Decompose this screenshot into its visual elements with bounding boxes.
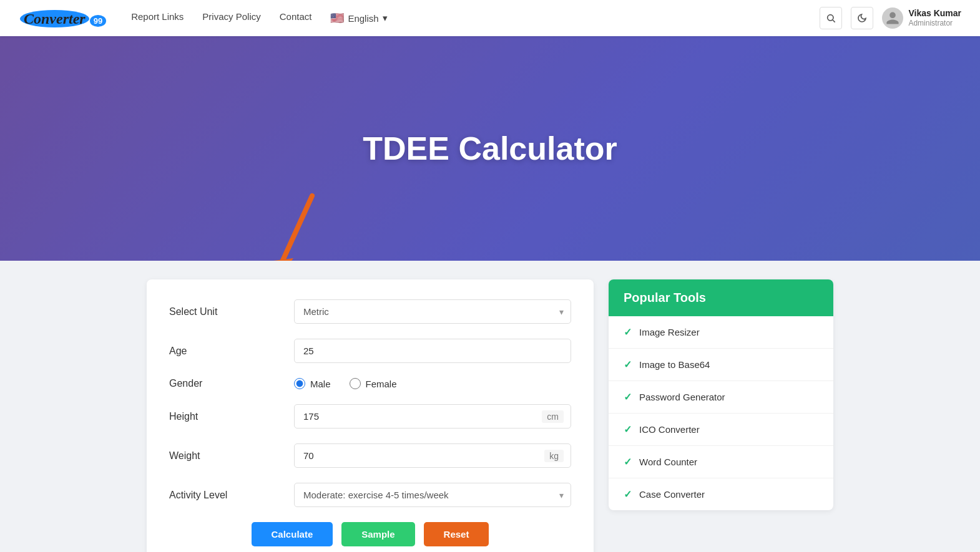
check-icon: ✓: [624, 424, 632, 435]
brand-logo[interactable]: Converter99: [19, 9, 106, 28]
user-info: Vikas Kumar Administrator: [882, 7, 961, 29]
nav-right: Vikas Kumar Administrator: [820, 7, 961, 29]
nav-privacy-policy[interactable]: Privacy Policy: [202, 11, 260, 25]
height-suffix: cm: [542, 410, 564, 423]
select-unit-select[interactable]: Metric Imperial: [294, 299, 571, 324]
popular-tools-card: Popular Tools ✓ Image Resizer ✓ Image to…: [609, 279, 833, 510]
sidebar-item-label: Image to Base64: [639, 359, 710, 370]
svg-line-1: [833, 20, 835, 22]
weight-wrap: kg: [294, 443, 571, 468]
user-name: Vikas Kumar: [908, 7, 961, 19]
activity-row: Activity Level Sedentary: little or no e…: [169, 483, 571, 507]
sidebar-item-label: Password Generator: [639, 392, 725, 402]
gender-radio-group: Male Female: [294, 378, 571, 389]
sidebar-item[interactable]: ✓ Word Counter: [609, 446, 833, 478]
sidebar-item-label: Case Converter: [639, 489, 705, 500]
check-icon: ✓: [624, 456, 632, 468]
dark-mode-button[interactable]: [851, 7, 873, 29]
gender-female-option[interactable]: Female: [350, 378, 397, 389]
gender-male-option[interactable]: Male: [294, 378, 331, 389]
flag-icon: 🇺🇸: [330, 11, 344, 25]
sidebar-item[interactable]: ✓ ICO Converter: [609, 414, 833, 446]
gender-male-label: Male: [310, 379, 331, 389]
age-label: Age: [169, 346, 294, 357]
check-icon: ✓: [624, 391, 632, 403]
activity-label: Activity Level: [169, 490, 294, 501]
avatar: [882, 7, 903, 29]
navbar: Converter99 Report Links Privacy Policy …: [0, 0, 980, 36]
height-row: Height cm: [169, 404, 571, 429]
sidebar-item-label: Image Resizer: [639, 327, 700, 337]
activity-wrap: Sedentary: little or no exercise Light: …: [294, 483, 571, 507]
svg-point-0: [828, 15, 833, 21]
select-unit-row: Select Unit Metric Imperial ▾: [169, 299, 571, 324]
activity-select[interactable]: Sedentary: little or no exercise Light: …: [294, 483, 571, 507]
sample-button[interactable]: Sample: [341, 522, 414, 546]
search-button[interactable]: [820, 7, 842, 29]
sidebar-item[interactable]: ✓ Case Converter: [609, 478, 833, 510]
svg-line-2: [281, 196, 312, 261]
lang-label: English: [348, 13, 378, 24]
calculate-button[interactable]: Calculate: [252, 522, 333, 546]
search-icon: [826, 13, 836, 23]
chevron-down-icon: ▾: [383, 12, 388, 24]
sidebar-item[interactable]: ✓ Password Generator: [609, 381, 833, 414]
popular-tools-header: Popular Tools: [609, 279, 833, 316]
sidebar-item-label: ICO Converter: [639, 424, 700, 435]
gender-row: Gender Male Female: [169, 378, 571, 389]
main-content: Select Unit Metric Imperial ▾ Age Gender: [134, 261, 846, 552]
button-row: Calculate Sample Reset: [169, 522, 571, 546]
hero-section: TDEE Calculator: [0, 36, 980, 261]
age-wrap: [294, 339, 571, 363]
weight-input-wrap: kg: [294, 443, 571, 468]
annotation-arrow: [262, 190, 337, 261]
height-wrap: cm: [294, 404, 571, 429]
gender-male-radio[interactable]: [294, 378, 305, 389]
sidebar-item-label: Word Counter: [639, 457, 697, 467]
height-label: Height: [169, 411, 294, 422]
height-input[interactable]: [294, 404, 571, 429]
select-unit-wrap: Metric Imperial ▾: [294, 299, 571, 324]
sidebar-item[interactable]: ✓ Image to Base64: [609, 349, 833, 381]
nav-contact[interactable]: Contact: [280, 11, 312, 25]
sidebar: Popular Tools ✓ Image Resizer ✓ Image to…: [609, 279, 833, 510]
height-input-wrap: cm: [294, 404, 571, 429]
select-unit-dropdown[interactable]: Metric Imperial ▾: [294, 299, 571, 324]
calculator-card: Select Unit Metric Imperial ▾ Age Gender: [147, 279, 594, 552]
reset-button[interactable]: Reset: [424, 522, 489, 546]
language-selector[interactable]: 🇺🇸 English ▾: [330, 11, 387, 25]
user-avatar-icon: [885, 11, 900, 26]
gender-female-label: Female: [366, 379, 397, 389]
age-row: Age: [169, 339, 571, 363]
nav-links: Report Links Privacy Policy Contact 🇺🇸 E…: [131, 11, 820, 25]
nav-report-links[interactable]: Report Links: [131, 11, 184, 25]
user-text: Vikas Kumar Administrator: [908, 7, 961, 29]
weight-label: Weight: [169, 450, 294, 462]
hero-title: TDEE Calculator: [363, 130, 617, 167]
gender-wrap: Male Female: [294, 378, 571, 389]
sidebar-item[interactable]: ✓ Image Resizer: [609, 316, 833, 349]
weight-input[interactable]: [294, 443, 571, 468]
age-input[interactable]: [294, 339, 571, 363]
gender-label: Gender: [169, 378, 294, 389]
check-icon: ✓: [624, 359, 632, 370]
weight-suffix: kg: [544, 450, 564, 462]
select-unit-label: Select Unit: [169, 306, 294, 317]
gender-female-radio[interactable]: [350, 378, 361, 389]
moon-icon: [857, 13, 867, 23]
check-icon: ✓: [624, 326, 632, 338]
activity-dropdown[interactable]: Sedentary: little or no exercise Light: …: [294, 483, 571, 507]
user-role: Administrator: [908, 19, 961, 29]
weight-row: Weight kg: [169, 443, 571, 468]
check-icon: ✓: [624, 488, 632, 500]
